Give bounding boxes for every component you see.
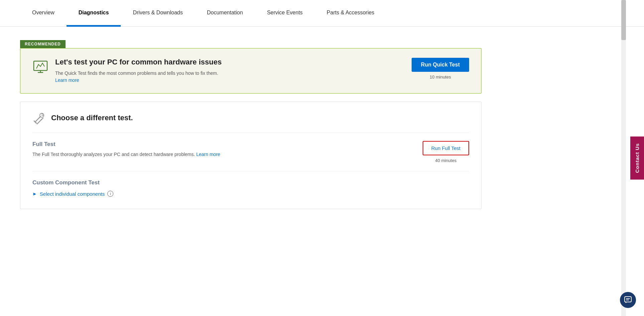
quick-test-text: Let's test your PC for common hardware i… xyxy=(55,58,222,84)
chat-button[interactable] xyxy=(620,292,636,308)
full-test-right: Run Full Test 40 minutes xyxy=(423,141,469,163)
custom-test-label: Custom Component Test xyxy=(32,179,469,186)
top-navigation: Overview Diagnostics Drivers & Downloads… xyxy=(0,0,644,27)
select-components-link[interactable]: ► Select individual components i xyxy=(32,191,469,197)
custom-test-section: Custom Component Test ► Select individua… xyxy=(32,171,469,199)
quick-test-title: Let's test your PC for common hardware i… xyxy=(55,58,222,66)
chat-icon xyxy=(624,296,632,304)
quick-test-learn-more[interactable]: Learn more xyxy=(55,77,79,83)
svg-rect-0 xyxy=(34,61,47,70)
contact-us-tab[interactable]: Contact Us xyxy=(630,136,644,179)
svg-line-10 xyxy=(41,118,43,120)
nav-diagnostics[interactable]: Diagnostics xyxy=(67,0,121,27)
nav-documentation[interactable]: Documentation xyxy=(195,0,255,27)
info-icon[interactable]: i xyxy=(107,191,113,197)
nav-parts[interactable]: Parts & Accessories xyxy=(315,0,386,27)
tools-icon xyxy=(32,111,46,125)
different-test-title: Choose a different test. xyxy=(51,114,133,122)
scrollbar[interactable] xyxy=(621,0,626,316)
svg-line-5 xyxy=(39,117,40,118)
select-components-text: Select individual components xyxy=(40,191,105,197)
different-test-header: Choose a different test. xyxy=(32,111,469,125)
nav-drivers[interactable]: Drivers & Downloads xyxy=(121,0,195,27)
run-full-test-button[interactable]: Run Full Test xyxy=(423,141,469,155)
quick-test-card: Let's test your PC for common hardware i… xyxy=(20,48,481,94)
full-test-time: 40 minutes xyxy=(435,158,457,163)
run-quick-test-button[interactable]: Run Quick Test xyxy=(412,58,469,72)
quick-test-time: 10 minutes xyxy=(430,74,451,80)
full-test-description: The Full Test thoroughly analyzes your P… xyxy=(32,151,409,158)
quick-test-left: Let's test your PC for common hardware i… xyxy=(32,58,398,84)
full-test-section: Full Test The Full Test thoroughly analy… xyxy=(32,133,469,171)
nav-service-events[interactable]: Service Events xyxy=(255,0,315,27)
full-test-left: Full Test The Full Test thoroughly analy… xyxy=(32,141,409,158)
full-test-label: Full Test xyxy=(32,141,409,148)
scrollbar-thumb[interactable] xyxy=(621,0,626,40)
different-test-card: Choose a different test. Full Test The F… xyxy=(20,102,481,209)
svg-rect-11 xyxy=(625,297,631,302)
full-test-learn-more[interactable]: Learn more xyxy=(196,152,220,157)
recommended-badge: RECOMMENDED xyxy=(20,40,66,48)
quick-test-right: Run Quick Test 10 minutes xyxy=(412,58,469,80)
hardware-test-icon xyxy=(32,59,48,75)
quick-test-description: The Quick Test finds the most common pro… xyxy=(55,70,222,84)
chevron-right-icon: ► xyxy=(32,191,37,196)
nav-overview[interactable]: Overview xyxy=(20,0,67,27)
main-content: RECOMMENDED Let's test your PC for commo… xyxy=(0,27,502,222)
